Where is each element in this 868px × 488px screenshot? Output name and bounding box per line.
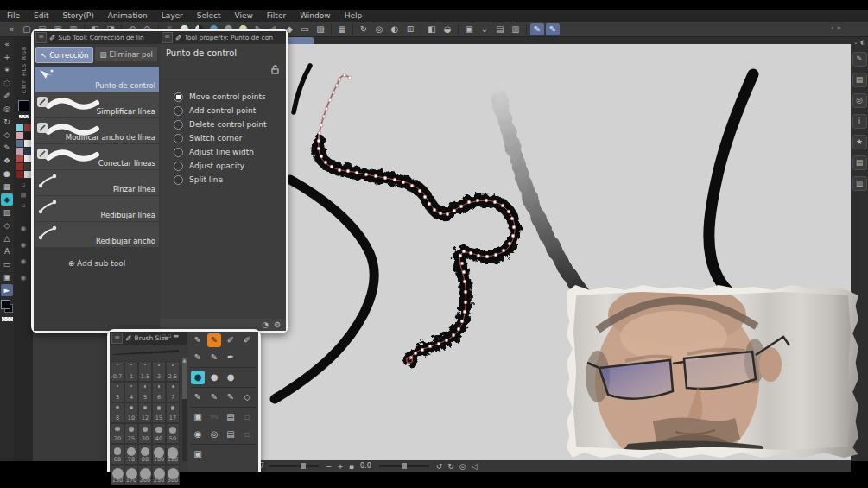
rotation-slider[interactable] [379,465,429,467]
frame-border-tool-icon[interactable]: ▣ [1,271,13,283]
control-point[interactable] [469,251,472,255]
control-point[interactable] [493,200,497,204]
menu-item-view[interactable]: View [227,11,259,20]
brush-size-scrollbar[interactable]: ▲ [182,358,187,461]
control-point[interactable] [343,73,346,77]
menu-item-window[interactable]: Window [293,11,338,20]
layer-visibility-eye-icon[interactable]: ◉ [21,274,27,282]
operation-tool-icon[interactable]: ◇ [1,129,13,141]
subtool-item-punto-de-control[interactable]: Punto de control [35,67,159,92]
frame-subtool-icon[interactable]: ▣ [191,410,205,424]
color-swatch[interactable] [16,148,23,155]
brush-size-30[interactable]: 30 [138,423,152,444]
brush-size-0.7[interactable]: 0.7 [111,361,124,382]
option-adjust-line-width[interactable]: Adjust line width [160,145,286,159]
control-point[interactable] [317,139,320,143]
color-swatch[interactable] [16,155,23,162]
control-point[interactable] [462,250,466,253]
control-point[interactable] [453,209,456,212]
collapse-left-icon[interactable]: « [4,23,18,35]
brush-size-4[interactable]: 4 [124,382,138,402]
control-point[interactable] [338,168,341,172]
rotate-view-icon[interactable]: ↻ [357,23,371,35]
control-point[interactable] [463,280,466,283]
unlock-icon[interactable] [271,65,279,74]
subtool-item-redibujar-l-nea[interactable]: Redibujar línea [35,196,159,221]
option-switch-corner[interactable]: Switch corner [160,131,286,145]
control-point[interactable] [502,249,505,252]
control-point[interactable] [507,210,510,213]
menu-item-help[interactable]: Help [338,11,370,20]
frame-select-icon[interactable]: ▣ [462,23,476,35]
brush-size-17[interactable]: 17 [166,402,180,423]
control-point[interactable] [452,333,455,337]
material-palette-icon[interactable]: ★ [852,135,867,149]
control-point[interactable] [393,178,396,181]
wrench-settings-icon[interactable]: ⚙ [274,320,281,329]
brush-size-250[interactable]: 250 [152,465,166,485]
subtool-tab-correccin[interactable]: ↖Corrección [35,47,93,63]
zoom-in-button[interactable]: + [337,462,344,471]
rotation-slider-thumb[interactable] [402,463,407,469]
menu-item-layer[interactable]: Layer [155,11,190,20]
rotate-tool-icon[interactable]: ↻ [1,116,13,128]
wand-tool-icon[interactable]: ✶ [1,64,13,76]
color-swatch[interactable] [24,171,31,178]
brush-size-1.5[interactable]: 1.5 [138,361,152,382]
color-swatch[interactable] [16,140,23,147]
control-point[interactable] [355,171,358,174]
marker-subtool-icon[interactable]: ✐ [240,333,254,347]
reset-all-icon[interactable]: ◔ [262,320,269,329]
brush-size-2.5[interactable]: 2.5 [166,361,180,382]
watercolor-subtool-icon[interactable]: ● [207,371,221,384]
control-point[interactable] [423,195,427,199]
balloon-tool-icon[interactable]: ▭ [1,258,13,270]
palette-mini-icon[interactable]: ▤ [21,192,27,199]
control-point[interactable] [320,124,323,127]
control-point[interactable] [459,254,462,257]
control-point[interactable] [348,76,352,79]
snap-to-ruler-icon[interactable]: ✎ [530,23,544,35]
brush-size-50[interactable]: 50 [166,423,180,444]
control-point[interactable] [318,131,321,135]
brush-size-60[interactable]: 60 [111,444,124,465]
foreground-color-swatch[interactable] [1,300,10,309]
control-point[interactable] [464,290,467,294]
control-point[interactable] [460,262,464,265]
brush-size-6[interactable]: 6 [152,382,166,402]
camera-2-subtool-icon[interactable]: ◎ [207,428,221,441]
grid-a-icon[interactable]: ▤ [493,23,507,35]
control-point[interactable] [346,169,350,173]
control-point[interactable] [508,242,511,245]
radio-button[interactable] [174,175,183,185]
menu-item-file[interactable]: File [0,11,27,20]
control-point[interactable] [510,217,514,220]
sub-view-palette-icon[interactable]: ◎ [852,93,867,108]
pen-subtool-icon[interactable]: ✎ [207,333,221,347]
zoom-view-icon[interactable]: ◎ [372,23,386,35]
control-point[interactable] [476,199,479,202]
collapse-icon[interactable]: « [1,38,13,50]
panel-menu-icon[interactable]: ≡ [35,32,47,43]
control-point[interactable] [464,301,467,304]
radio-button[interactable] [174,120,183,130]
control-point[interactable] [463,310,466,314]
control-point[interactable] [437,342,440,345]
panel-menu-icon[interactable]: ≡ [162,32,173,43]
menu-item-animation[interactable]: Animation [101,11,155,20]
flip-vertical-icon[interactable]: ◒ [440,23,454,35]
option-move-control-points[interactable]: Move control points [160,90,286,104]
color-swatch[interactable] [24,132,31,139]
brush-size-1[interactable]: 1 [124,361,138,382]
foreground-background-colors[interactable] [1,300,13,315]
flip-canvas-icon[interactable]: ◐ [388,23,402,35]
toolbar-overflow-chevrons[interactable]: ‹ » [831,23,841,32]
add-subtool-button[interactable]: ⊕ Add sub tool [34,259,160,268]
folder-subtool-icon[interactable]: ▤ [224,428,238,441]
pen-subtool-icon[interactable]: ✎ [207,390,221,404]
layer-property-palette-icon[interactable]: ▤ [852,155,867,170]
flip-horizontal-icon[interactable]: ◧ [425,23,439,35]
menu-item-select[interactable]: Select [190,11,228,20]
information-palette-icon[interactable]: i [852,114,867,129]
lasso-tool-icon[interactable]: ◌ [1,77,13,89]
